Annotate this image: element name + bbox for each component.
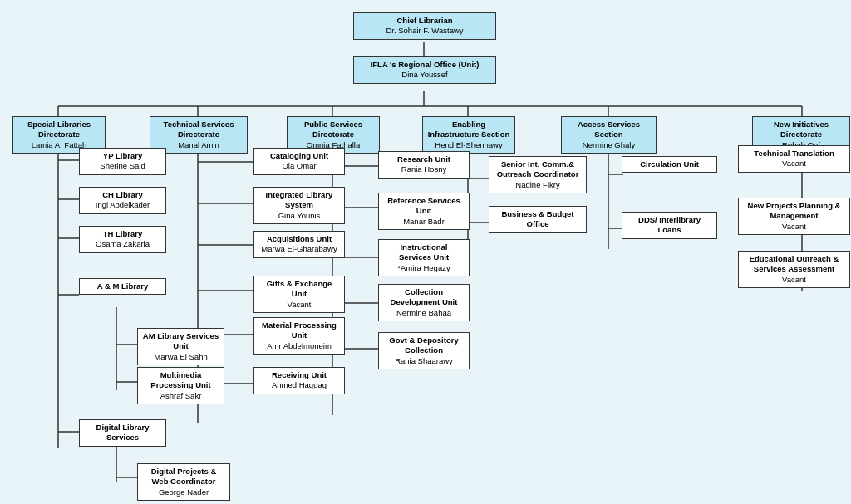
am-title: A & M Library: [84, 281, 161, 291]
ifla-node: IFLA 's Regional Office (Unit) Dina Yous…: [353, 56, 496, 84]
multimedia-node: Multimedia Processing Unit Ashraf Sakr: [137, 367, 224, 404]
govt-name: Rania Shaarawy: [395, 356, 453, 365]
cataloging-title: Cataloging Unit: [258, 151, 340, 161]
digital-projects-name: George Nader: [159, 487, 209, 497]
circulation-node: Circulation Unit: [622, 156, 717, 173]
org-chart: Chief Librarian Dr. Sohair F. Wastawy IF…: [0, 0, 851, 504]
technical-dir-name: Manal Amin: [178, 140, 219, 149]
reference-node: Reference Services Unit Manar Badr: [378, 193, 470, 230]
enabling-node: Enabling Infrastructure Section Hend El-…: [422, 116, 515, 154]
new-projects-node: New Projects Planning & Management Vacan…: [738, 198, 850, 235]
technical-dir-title: Technical Services Directorate: [155, 120, 243, 140]
ils-title: Integrated Library System: [258, 190, 340, 211]
access-node: Access Services Section Nermine Ghaly: [561, 116, 657, 154]
th-name: Osama Zakaria: [96, 239, 150, 248]
chart-wrapper: Chief Librarian Dr. Sohair F. Wastawy IF…: [8, 8, 843, 504]
research-name: Rania Hosny: [401, 164, 446, 174]
am-services-node: AM Library Services Unit Marwa El Sahn: [137, 328, 224, 365]
ils-node: Integrated Library System Gina Younis: [253, 187, 345, 224]
ils-name: Gina Younis: [278, 211, 321, 220]
cataloging-node: Cataloging Unit Ola Omar: [253, 148, 345, 175]
receiving-title: Receiving Unit: [258, 370, 340, 380]
am-services-name: Marwa El Sahn: [154, 352, 207, 361]
dds-node: DDS/ Interlibrary Loans: [622, 212, 717, 239]
collection-title: Collection Development Unit: [383, 287, 465, 308]
budget-node: Business & Budget Office: [489, 206, 587, 233]
new-dir-title: New Initiatives Directorate: [757, 120, 845, 140]
digital-projects-title: Digital Projects & Web Coordinator: [142, 467, 225, 487]
special-dir-title: Special Libraries Directorate: [17, 120, 101, 140]
receiving-node: Receiving Unit Ahmed Haggag: [253, 367, 345, 394]
access-name: Nermine Ghaly: [583, 140, 635, 149]
educational-name: Vacant: [782, 275, 806, 284]
acquisitions-name: Marwa El-Gharabawy: [261, 244, 337, 253]
reference-name: Manar Badr: [403, 217, 445, 226]
ch-title: CH Library: [84, 190, 161, 200]
tech-translation-title: Technical Translation: [743, 149, 845, 159]
yp-name: Sherine Said: [100, 161, 145, 170]
collection-node: Collection Development Unit Nermine Baha…: [378, 284, 470, 321]
tech-translation-node: Technical Translation Vacant: [738, 145, 850, 173]
educational-node: Educational Outreach & Services Assessme…: [738, 251, 850, 288]
yp-library-node: YP Library Sherine Said: [79, 148, 166, 175]
instructional-name: *Amira Hegazy: [397, 263, 450, 272]
th-title: TH Library: [84, 229, 161, 239]
circulation-title: Circulation Unit: [627, 159, 712, 169]
chief-librarian-node: Chief Librarian Dr. Sohair F. Wastawy: [353, 12, 496, 40]
govt-title: Govt & Depository Collection: [383, 335, 465, 356]
acquisitions-node: Acquisitions Unit Marwa El-Gharabawy: [253, 231, 345, 258]
th-library-node: TH Library Osama Zakaria: [79, 226, 166, 253]
multimedia-name: Ashraf Sakr: [160, 391, 202, 400]
acquisitions-title: Acquisitions Unit: [258, 234, 340, 244]
ifla-name: Dina Youssef: [401, 70, 447, 79]
chief-name: Dr. Sohair F. Wastawy: [386, 26, 463, 35]
enabling-name: Hend El-Shennawy: [435, 140, 502, 149]
tech-translation-name: Vacant: [782, 159, 806, 168]
multimedia-title: Multimedia Processing Unit: [142, 370, 219, 391]
gifts-title: Gifts & Exchange Unit: [258, 279, 340, 300]
material-name: Amr Abdelmoneim: [267, 341, 332, 350]
senior-coord-title: Senior Int. Comm.& Outreach Coordinator: [494, 159, 582, 180]
yp-title: YP Library: [84, 151, 161, 161]
research-title: Research Unit: [383, 154, 465, 164]
am-services-title: AM Library Services Unit: [142, 331, 219, 352]
govt-node: Govt & Depository Collection Rania Shaar…: [378, 332, 470, 369]
reference-title: Reference Services Unit: [383, 196, 465, 217]
material-node: Material Processing Unit Amr Abdelmoneim: [253, 317, 345, 355]
am-library-node: A & M Library: [79, 278, 166, 295]
digital-projects-node: Digital Projects & Web Coordinator Georg…: [137, 463, 230, 501]
cataloging-name: Ola Omar: [282, 161, 316, 170]
senior-coord-node: Senior Int. Comm.& Outreach Coordinator …: [489, 156, 587, 193]
receiving-name: Ahmed Haggag: [272, 380, 327, 389]
collection-name: Nermine Bahaa: [396, 308, 451, 317]
digital-title: Digital Library Services: [84, 423, 161, 443]
material-title: Material Processing Unit: [258, 321, 340, 341]
budget-title: Business & Budget Office: [494, 209, 582, 230]
new-projects-name: Vacant: [782, 222, 806, 231]
research-node: Research Unit Rania Hosny: [378, 151, 470, 179]
gifts-node: Gifts & Exchange Unit Vacant: [253, 276, 345, 313]
public-dir-title: Public Services Directorate: [292, 120, 375, 140]
ch-name: Ingi Abdelkader: [96, 200, 150, 209]
gifts-name: Vacant: [288, 300, 312, 309]
new-projects-title: New Projects Planning & Management: [743, 201, 845, 222]
ch-library-node: CH Library Ingi Abdelkader: [79, 187, 166, 214]
dds-title: DDS/ Interlibrary Loans: [627, 215, 712, 236]
digital-library-node: Digital Library Services: [79, 419, 166, 447]
access-title: Access Services Section: [566, 120, 652, 140]
enabling-title: Enabling Infrastructure Section: [427, 120, 510, 140]
educational-title: Educational Outreach & Services Assessme…: [743, 254, 845, 275]
instructional-title: Instructional Services Unit: [383, 242, 465, 263]
senior-coord-name: Nadine Fikry: [515, 180, 559, 189]
ifla-title: IFLA 's Regional Office (Unit): [358, 60, 491, 70]
instructional-node: Instructional Services Unit *Amira Hegaz…: [378, 239, 470, 276]
chief-title: Chief Librarian: [358, 16, 491, 26]
